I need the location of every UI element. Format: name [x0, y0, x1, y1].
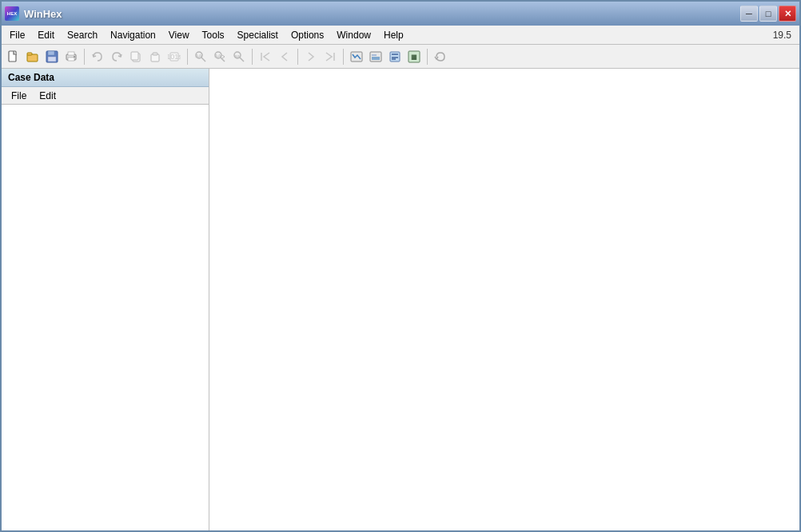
menu-options[interactable]: Options — [285, 28, 330, 42]
tool1-button[interactable] — [348, 48, 365, 66]
svg-text:101s: 101s — [168, 53, 181, 61]
panel-menu-edit[interactable]: Edit — [33, 89, 62, 102]
menu-file[interactable]: File — [3, 28, 31, 42]
menu-edit[interactable]: Edit — [31, 28, 61, 42]
svg-rect-2 — [27, 53, 32, 55]
toolbar: 101s AA AA aa — [2, 45, 799, 69]
menu-navigation[interactable]: Navigation — [104, 28, 162, 42]
close-button[interactable]: ✕ — [779, 6, 796, 22]
replace-button[interactable]: aa — [230, 48, 248, 66]
menu-items-container: File Edit Search Navigation View Tools S… — [3, 28, 410, 42]
next-button[interactable] — [302, 48, 320, 66]
menu-search[interactable]: Search — [61, 28, 104, 42]
menu-help[interactable]: Help — [377, 28, 410, 42]
separator-6 — [427, 49, 428, 65]
window-controls: ─ □ ✕ — [740, 6, 796, 22]
save-button[interactable] — [43, 48, 61, 66]
svg-line-17 — [201, 58, 205, 62]
svg-rect-29 — [372, 57, 380, 60]
svg-point-9 — [74, 56, 75, 58]
version-label: 19.5 — [773, 30, 798, 41]
go-start-button[interactable] — [257, 48, 274, 66]
svg-rect-32 — [392, 54, 398, 55]
panel-content — [2, 105, 209, 530]
title-bar-left: HEX WinHex — [5, 6, 62, 21]
separator-4 — [297, 49, 298, 65]
svg-text:▦: ▦ — [411, 54, 417, 61]
cut-button[interactable]: 101s — [165, 48, 183, 66]
maximize-button[interactable]: □ — [759, 6, 777, 22]
svg-rect-11 — [131, 52, 138, 60]
svg-rect-33 — [392, 57, 398, 58]
menu-bar: File Edit Search Navigation View Tools S… — [2, 26, 799, 45]
svg-rect-30 — [372, 54, 377, 56]
new-file-button[interactable] — [5, 48, 22, 66]
svg-rect-8 — [68, 52, 74, 55]
window-title: WinHex — [24, 8, 62, 20]
svg-rect-4 — [48, 51, 54, 55]
open-file-button[interactable] — [24, 48, 42, 66]
menu-specialist[interactable]: Specialist — [231, 28, 285, 42]
find-next-button[interactable]: AA — [211, 48, 229, 66]
app-icon: HEX — [5, 6, 19, 21]
separator-2 — [187, 49, 188, 65]
panel-menu-bar: File Edit — [2, 87, 209, 105]
svg-line-23 — [240, 58, 244, 62]
main-content-area — [209, 69, 799, 530]
panel-title: Case Data — [2, 69, 209, 87]
main-window: HEX WinHex ─ □ ✕ File Edit Search Naviga… — [0, 0, 801, 532]
svg-text:AA: AA — [195, 53, 201, 58]
redo-button[interactable] — [108, 48, 126, 66]
undo-button[interactable] — [89, 48, 106, 66]
tool3-button[interactable] — [386, 48, 404, 66]
svg-rect-34 — [392, 58, 396, 60]
title-bar: HEX WinHex ─ □ ✕ — [2, 2, 799, 26]
main-layout: Case Data File Edit — [2, 69, 799, 530]
svg-rect-5 — [48, 57, 56, 62]
menu-view[interactable]: View — [162, 28, 196, 42]
menu-window[interactable]: Window — [330, 28, 377, 42]
separator-3 — [252, 49, 253, 65]
left-panel: Case Data File Edit — [2, 69, 209, 530]
copy-button[interactable] — [127, 48, 145, 66]
print-button[interactable] — [62, 48, 80, 66]
go-end-button[interactable] — [321, 48, 339, 66]
separator-1 — [84, 49, 85, 65]
svg-rect-13 — [153, 53, 157, 55]
tool4-button[interactable]: ▦ — [405, 48, 423, 66]
find-button[interactable]: AA — [192, 48, 209, 66]
paste-button[interactable] — [146, 48, 164, 66]
minimize-button[interactable]: ─ — [740, 6, 758, 22]
tool2-button[interactable] — [367, 48, 385, 66]
prev-button[interactable] — [276, 48, 293, 66]
svg-text:aa: aa — [234, 53, 240, 58]
menu-tools[interactable]: Tools — [196, 28, 231, 42]
svg-rect-7 — [68, 58, 74, 61]
separator-5 — [343, 49, 344, 65]
svg-text:AA: AA — [214, 53, 221, 58]
panel-menu-file[interactable]: File — [5, 89, 33, 102]
refresh-button[interactable] — [432, 48, 449, 66]
